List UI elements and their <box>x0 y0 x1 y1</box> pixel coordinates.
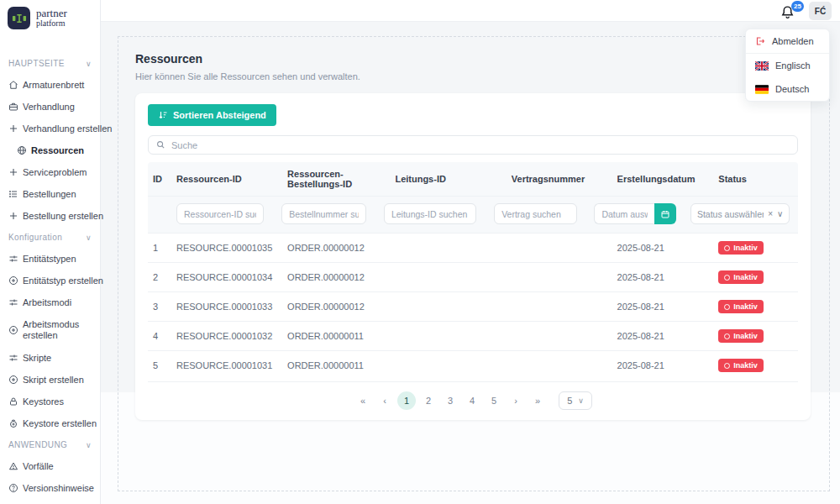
calendar-icon <box>660 209 670 219</box>
search-icon <box>156 140 165 150</box>
pagination-page-2[interactable]: 2 <box>419 391 438 410</box>
sidebar-section-konfiguration[interactable]: Konfiguration ∨ <box>0 227 100 248</box>
sort-descending-button[interactable]: Sortieren Absteigend <box>148 104 276 126</box>
topbar: 25 FĆ <box>101 0 840 22</box>
pagination-last-button[interactable]: » <box>528 391 547 410</box>
chevron-down-icon: ∨ <box>578 396 584 405</box>
table-row[interactable]: 4 RESOURCE.00001032 ORDER.00000011 2025-… <box>148 321 798 350</box>
pagination-next-button[interactable]: › <box>507 391 525 410</box>
language-german-menu-item[interactable]: Deutsch <box>746 77 829 101</box>
logo-link[interactable]: partner platform <box>0 0 100 34</box>
logout-icon <box>755 36 765 46</box>
sidebar-nav: HAUPTSEITE ∨ Armaturenbrett Verhandlung … <box>0 53 100 504</box>
status-filter-select[interactable]: Status auswählen × ∨ <box>690 203 790 224</box>
pagination-page-3[interactable]: 3 <box>441 391 459 410</box>
column-header-bestellungs-id: Ressourcen-Bestellungs-ID <box>282 162 390 196</box>
calendar-button[interactable] <box>654 203 676 224</box>
column-header-ressourcen-id: Ressourcen-ID <box>171 167 282 191</box>
sidebar-item-arbeitsmodus-erstellen[interactable]: Arbeitsmodus erstellen <box>0 313 100 347</box>
list-icon <box>8 189 18 199</box>
date-filter <box>594 203 675 224</box>
sidebar-item-armaturenbrett[interactable]: Armaturenbrett <box>0 74 100 96</box>
chevron-down-icon: ∨ <box>86 60 92 68</box>
language-english-menu-item[interactable]: Englisch <box>746 54 829 77</box>
page-size-select[interactable]: 5 ∨ <box>559 391 592 410</box>
sidebar-item-serviceproblem[interactable]: Serviceproblem <box>0 161 100 183</box>
pagination-page-1[interactable]: 1 <box>397 391 416 410</box>
sidebar-item-skript-erstellen[interactable]: Skript erstellen <box>0 369 100 391</box>
column-header-vertragsnummer: Vertragsnummer <box>507 167 612 191</box>
clear-icon[interactable]: × <box>768 209 773 218</box>
inactive-ring-icon <box>724 275 730 281</box>
chevron-down-icon: ∨ <box>86 234 92 242</box>
plus-icon <box>8 167 18 177</box>
order-number-filter-input[interactable] <box>281 203 366 224</box>
sidebar-item-versionshinweise[interactable]: Versionshinweise <box>0 477 100 499</box>
sidebar-section-hauptseite[interactable]: HAUPTSEITE ∨ <box>0 53 100 74</box>
resource-id-filter-input[interactable] <box>176 203 264 224</box>
globe-icon <box>17 145 27 155</box>
circle-plus-icon <box>8 325 18 335</box>
brand-name: partner platform <box>36 8 67 28</box>
resources-card: Sortieren Absteigend ID Ressourcen-ID Re… <box>135 93 811 420</box>
notification-count-badge: 25 <box>791 1 804 12</box>
column-header-id: ID <box>148 167 171 191</box>
inactive-ring-icon <box>724 333 730 339</box>
pagination: « ‹ 1 2 3 4 5 › » 5 ∨ <box>148 381 798 410</box>
table-row[interactable]: 1 RESOURCE.00001035 ORDER.00000012 2025-… <box>148 233 798 262</box>
chevron-down-icon[interactable]: ∨ <box>777 209 783 218</box>
search-input[interactable] <box>171 140 790 150</box>
status-badge: Inaktiv <box>718 300 764 313</box>
plus-icon <box>8 123 18 134</box>
sidebar-item-keystores[interactable]: Keystores <box>0 391 100 412</box>
table-filter-row: Status auswählen × ∨ <box>148 196 798 233</box>
pagination-prev-button[interactable]: ‹ <box>375 391 394 410</box>
keystore-create-icon <box>8 418 18 428</box>
circle-plus-icon <box>8 276 18 286</box>
sidebar-section-anwendung[interactable]: ANWENDUNG ∨ <box>0 434 100 455</box>
page-subtitle: Hier können Sie alle Ressourcen sehen un… <box>135 71 812 81</box>
notifications-bell-icon[interactable]: 25 <box>780 3 797 19</box>
sidebar-item-ressourcen[interactable]: Ressourcen <box>0 139 100 161</box>
sidebar-item-keystore-erstellen[interactable]: Keystore erstellen <box>0 412 100 434</box>
brand-logo-icon <box>8 7 30 29</box>
status-badge: Inaktiv <box>718 329 764 343</box>
sidebar-item-hilfe[interactable]: Hilfe <box>0 499 100 504</box>
sidebar-item-verhandlung[interactable]: Verhandlung <box>0 96 100 118</box>
sidebar-item-bestellungen[interactable]: Bestellungen <box>0 183 100 205</box>
warning-triangle-icon <box>8 461 18 471</box>
line-id-filter-input[interactable] <box>384 203 476 224</box>
resources-table: ID Ressourcen-ID Ressourcen-Bestellungs-… <box>148 162 798 380</box>
table-header-row: ID Ressourcen-ID Ressourcen-Bestellungs-… <box>148 162 798 196</box>
pagination-first-button[interactable]: « <box>354 391 372 410</box>
sliders-icon <box>8 353 18 363</box>
sidebar-item-entitaetstyp-erstellen[interactable]: Entitätstyp erstellen <box>0 270 100 291</box>
logout-menu-item[interactable]: Abmelden <box>746 29 829 54</box>
lock-icon <box>8 396 18 407</box>
table-row[interactable]: 2 RESOURCE.00001034 ORDER.00000012 2025-… <box>148 262 798 291</box>
sidebar-item-bestellung-erstellen[interactable]: Bestellung erstellen <box>0 205 100 227</box>
sidebar: partner platform HAUPTSEITE ∨ Armaturenb… <box>0 0 101 504</box>
pagination-page-5[interactable]: 5 <box>485 391 503 410</box>
status-badge: Inaktiv <box>718 359 764 372</box>
inactive-ring-icon <box>724 304 730 310</box>
sliders-icon <box>8 297 18 307</box>
sidebar-item-skripte[interactable]: Skripte <box>0 347 100 369</box>
sort-descending-icon <box>158 110 168 120</box>
column-header-status: Status <box>713 167 798 191</box>
sidebar-item-arbeitsmodi[interactable]: Arbeitsmodi <box>0 291 100 313</box>
sliders-icon <box>8 254 18 264</box>
avatar[interactable]: FĆ <box>809 2 832 20</box>
plus-icon <box>8 211 18 221</box>
date-filter-input[interactable] <box>594 203 654 224</box>
contract-filter-input[interactable] <box>494 203 577 224</box>
pagination-page-4[interactable]: 4 <box>463 391 481 410</box>
table-row[interactable]: 5 RESOURCE.00001031 ORDER.00000011 2025-… <box>148 350 798 380</box>
chevron-down-icon: ∨ <box>86 441 92 449</box>
table-row[interactable]: 3 RESOURCE.00001033 ORDER.00000012 2025-… <box>148 291 798 321</box>
sidebar-item-verhandlung-erstellen[interactable]: Verhandlung erstellen <box>0 118 100 139</box>
sidebar-item-entitaetstypen[interactable]: Entitätstypen <box>0 248 100 270</box>
user-menu: Abmelden Englisch Deutsch <box>745 29 830 102</box>
status-badge: Inaktiv <box>718 241 764 255</box>
sidebar-item-vorfaelle[interactable]: Vorfälle <box>0 455 100 477</box>
